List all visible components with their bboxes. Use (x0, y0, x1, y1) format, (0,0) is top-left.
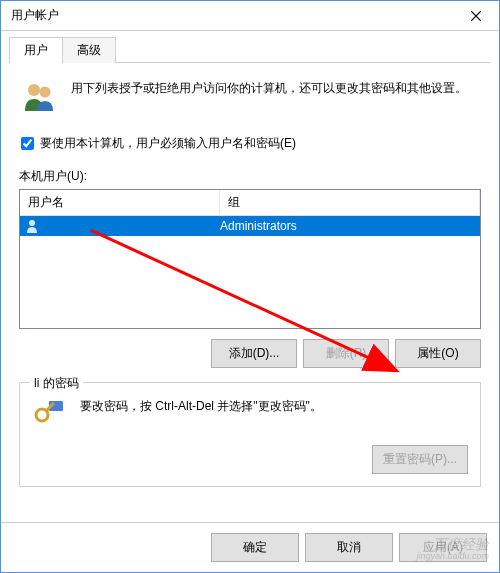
user-icon (24, 218, 40, 234)
tab-strip: 用户 高级 (1, 31, 499, 63)
key-icon (32, 393, 68, 429)
user-list[interactable]: 用户名 组 Administrators (19, 189, 481, 329)
password-text: 要改密码，按 Ctrl-Alt-Del 并选择"更改密码"。 (80, 393, 468, 415)
column-header-username[interactable]: 用户名 (20, 190, 220, 215)
require-password-checkbox[interactable] (21, 137, 34, 150)
window-title: 用户帐户 (11, 7, 59, 24)
require-password-row: 要使用本计算机，用户必须输入用户名和密码(E) (19, 135, 481, 152)
intro-row: 用下列表授予或拒绝用户访问你的计算机，还可以更改其密码和其他设置。 (19, 77, 481, 117)
svg-point-2 (29, 220, 35, 226)
dialog-buttons: 确定 取消 应用(A) (1, 522, 499, 572)
cancel-button[interactable]: 取消 (305, 533, 393, 562)
column-header-group[interactable]: 组 (220, 190, 480, 215)
user-list-row[interactable]: Administrators (20, 216, 480, 236)
add-button[interactable]: 添加(D)... (211, 339, 297, 368)
properties-button[interactable]: 属性(O) (395, 339, 481, 368)
tab-advanced[interactable]: 高级 (62, 37, 116, 63)
users-icon (19, 77, 59, 117)
user-list-header: 用户名 组 (20, 190, 480, 216)
titlebar: 用户帐户 (1, 1, 499, 31)
close-button[interactable] (453, 1, 499, 31)
password-legend: li 的密码 (30, 375, 83, 392)
local-users-label: 本机用户(U): (19, 168, 481, 185)
cell-group: Administrators (220, 219, 480, 233)
remove-button: 删除(R) (303, 339, 389, 368)
ok-button[interactable]: 确定 (211, 533, 299, 562)
user-list-buttons: 添加(D)... 删除(R) 属性(O) (19, 339, 481, 368)
reset-password-button: 重置密码(P)... (372, 445, 468, 474)
tab-users[interactable]: 用户 (9, 37, 63, 63)
intro-text: 用下列表授予或拒绝用户访问你的计算机，还可以更改其密码和其他设置。 (71, 77, 467, 97)
svg-point-1 (40, 87, 51, 98)
content-area: 用下列表授予或拒绝用户访问你的计算机，还可以更改其密码和其他设置。 要使用本计算… (1, 63, 499, 522)
require-password-label[interactable]: 要使用本计算机，用户必须输入用户名和密码(E) (40, 135, 296, 152)
password-fieldset: li 的密码 要改密码，按 Ctrl-Alt-Del 并选择"更改密码"。 重置… (19, 382, 481, 487)
close-icon (471, 11, 481, 21)
user-accounts-window: 用户帐户 用户 高级 用下列表授予或拒绝用户访问你的计算机，还可以更改其密码和其… (0, 0, 500, 573)
svg-point-0 (28, 84, 40, 96)
apply-button: 应用(A) (399, 533, 487, 562)
